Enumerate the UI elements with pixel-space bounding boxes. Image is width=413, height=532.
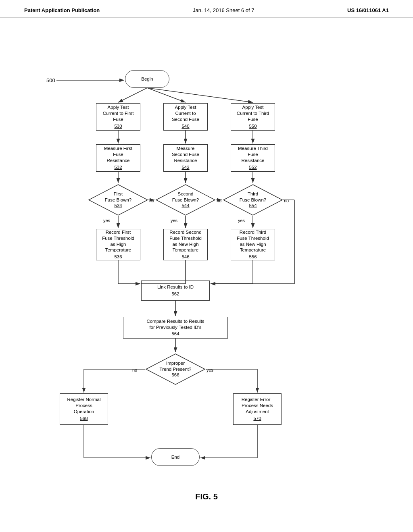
box-542: MeasureSecond FuseResistance 542 xyxy=(163,144,208,172)
fig-label: FIG. 5 xyxy=(195,492,218,501)
diagram-500-label: 500 xyxy=(46,77,55,83)
554-yes-label: yes xyxy=(238,218,245,223)
544-yes-label: yes xyxy=(171,218,177,223)
end-box: End xyxy=(151,448,200,466)
header-right: US 16/011061 A1 xyxy=(347,7,389,13)
begin-box: Begin xyxy=(125,70,169,88)
diamond-554: ThirdFuse Blown? 554 xyxy=(223,184,283,216)
box-556: Record ThirdFuse Thresholdas New HighTem… xyxy=(231,229,275,260)
page-header: Patent Application Publication Jan. 14, … xyxy=(0,0,413,18)
box-562: Link Results to ID 562 xyxy=(141,281,210,301)
566-yes-label: yes xyxy=(206,368,213,372)
diagram-area: 500 Begin Apply TestCurrent to FirstFuse… xyxy=(0,18,413,513)
diamond-544: SecondFuse Blown? 544 xyxy=(155,184,216,216)
box-564: Compare Results to Resultsfor Previously… xyxy=(123,317,228,339)
box-550: Apply TestCurrent to ThirdFuse 550 xyxy=(231,103,275,131)
diamond-566: ImproperTrend Present? 566 xyxy=(145,353,206,385)
554-no-label: no xyxy=(284,198,289,203)
534-no-label: no xyxy=(149,198,154,203)
534-yes-label: yes xyxy=(103,218,110,223)
svg-line-6 xyxy=(118,88,147,102)
box-530: Apply TestCurrent to FirstFuse 530 xyxy=(96,103,140,131)
box-536: Record FirstFuse Thresholdas HighTempera… xyxy=(96,229,140,260)
box-532: Measure FirstFuseResistance 532 xyxy=(96,144,140,172)
box-546: Record SecondFuse Thresholdas New HighTe… xyxy=(163,229,208,260)
header-center: Jan. 14, 2016 Sheet 6 of 7 xyxy=(193,7,254,13)
box-540: Apply TestCurrent toSecond Fuse 540 xyxy=(163,103,208,131)
544-no-label: no xyxy=(217,198,221,203)
diamond-534: FirstFuse Blown? 534 xyxy=(88,184,148,216)
arrows-svg xyxy=(0,18,413,513)
box-568: Register NormalProcessOperation 568 xyxy=(60,393,108,425)
box-570: Register Error -Process NeedsAdjustment … xyxy=(233,393,282,425)
svg-line-7 xyxy=(147,88,186,102)
566-no-label: no xyxy=(132,368,137,372)
header-left: Patent Application Publication xyxy=(24,7,100,13)
box-552: Measure ThirdFuseResistance 552 xyxy=(231,144,275,172)
svg-line-8 xyxy=(147,88,253,102)
